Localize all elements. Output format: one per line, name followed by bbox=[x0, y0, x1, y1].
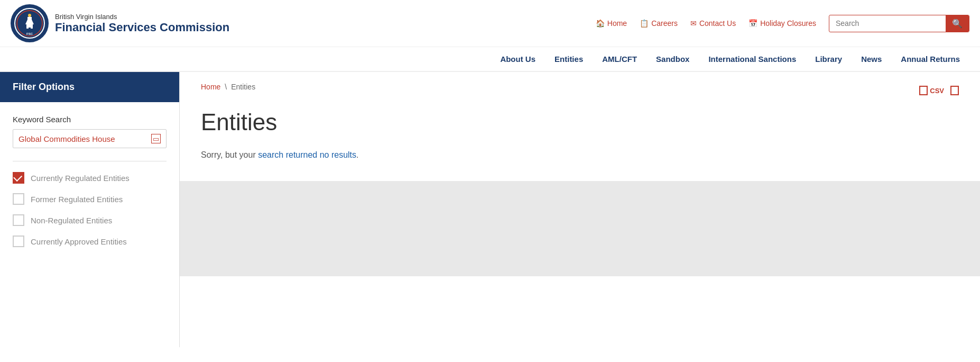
breadcrumb-export-row: Home \ Entities CSV bbox=[201, 83, 959, 104]
home-icon: 🏠 bbox=[596, 19, 605, 28]
checkbox-currently-approved[interactable] bbox=[13, 236, 24, 247]
holiday-link[interactable]: 📅 Holiday Closures bbox=[748, 19, 816, 28]
filter-currently-regulated[interactable]: Currently Regulated Entities bbox=[13, 172, 167, 184]
filter-divider bbox=[13, 161, 167, 161]
export-bar: CSV bbox=[919, 86, 959, 95]
keyword-input-wrap: ▭ bbox=[13, 129, 167, 148]
contact-link[interactable]: ✉ Contact Us bbox=[690, 19, 736, 28]
csv-label: CSV bbox=[930, 87, 944, 95]
search-button[interactable]: 🔍 bbox=[946, 15, 969, 32]
logo-line2: Financial Services Commission bbox=[55, 21, 229, 34]
keyword-input[interactable] bbox=[19, 134, 151, 143]
csv-export-button[interactable]: CSV bbox=[919, 86, 944, 95]
filter-currently-regulated-label: Currently Regulated Entities bbox=[31, 174, 130, 183]
nav-sandbox[interactable]: Sandbox bbox=[646, 47, 699, 71]
filter-non-regulated-label: Non-Regulated Entities bbox=[31, 216, 112, 225]
top-nav: 🏠 Home 📋 Careers ✉ Contact Us 📅 Holiday … bbox=[596, 15, 969, 32]
holiday-label: Holiday Closures bbox=[760, 19, 816, 28]
breadcrumb-sep: \ bbox=[225, 83, 227, 91]
nav-annual-returns[interactable]: Annual Returns bbox=[891, 47, 969, 71]
main-content: Home \ Entities CSV Entities Sorry, but … bbox=[180, 72, 980, 347]
filter-former-regulated-label: Former Regulated Entities bbox=[31, 195, 123, 204]
logo-text: British Virgin Islands Financial Service… bbox=[55, 13, 229, 34]
page-title: Entities bbox=[201, 109, 959, 135]
search-input[interactable] bbox=[829, 16, 946, 31]
logo-image: FSC bbox=[11, 4, 49, 42]
filter-non-regulated[interactable]: Non-Regulated Entities bbox=[13, 214, 167, 226]
home-label: Home bbox=[607, 19, 627, 28]
clear-icon[interactable]: ▭ bbox=[151, 134, 161, 143]
logo-area: FSC British Virgin Islands Financial Ser… bbox=[11, 4, 229, 42]
no-results-message: Sorry, but your search returned no resul… bbox=[201, 150, 959, 160]
checkbox-currently-regulated[interactable] bbox=[13, 172, 24, 184]
nav-sanctions[interactable]: International Sanctions bbox=[699, 47, 806, 71]
checkbox-non-regulated[interactable] bbox=[13, 214, 24, 226]
careers-link[interactable]: 📋 Careers bbox=[640, 19, 678, 28]
nav-amlcft[interactable]: AML/CFT bbox=[593, 47, 646, 71]
sidebar: Filter Options Keyword Search ▭ Currentl… bbox=[0, 72, 180, 347]
print-button[interactable] bbox=[950, 86, 959, 95]
main-nav: About Us Entities AML/CFT Sandbox Intern… bbox=[0, 47, 980, 72]
contact-label: Contact Us bbox=[699, 19, 736, 28]
checkbox-former-regulated[interactable] bbox=[13, 193, 24, 205]
nav-entities[interactable]: Entities bbox=[545, 47, 593, 71]
breadcrumb-current: Entities bbox=[231, 83, 255, 91]
contact-icon: ✉ bbox=[690, 19, 697, 28]
search-box: 🔍 bbox=[829, 15, 969, 32]
svg-text:FSC: FSC bbox=[26, 32, 33, 35]
svg-rect-5 bbox=[29, 28, 31, 31]
no-results-highlight: search returned no results bbox=[258, 150, 356, 159]
keyword-label: Keyword Search bbox=[13, 115, 167, 124]
sidebar-header: Filter Options bbox=[0, 72, 179, 102]
svg-point-6 bbox=[28, 14, 31, 17]
filter-former-regulated[interactable]: Former Regulated Entities bbox=[13, 193, 167, 205]
breadcrumb: Home \ Entities bbox=[201, 83, 255, 91]
top-bar: FSC British Virgin Islands Financial Ser… bbox=[0, 0, 980, 47]
nav-news[interactable]: News bbox=[852, 47, 891, 71]
checkbox-list: Currently Regulated Entities Former Regu… bbox=[13, 172, 167, 247]
nav-library[interactable]: Library bbox=[806, 47, 852, 71]
holiday-icon: 📅 bbox=[748, 19, 757, 28]
careers-icon: 📋 bbox=[640, 19, 649, 28]
home-link[interactable]: 🏠 Home bbox=[596, 19, 627, 28]
logo-line1: British Virgin Islands bbox=[55, 13, 229, 21]
careers-label: Careers bbox=[651, 19, 678, 28]
filter-currently-approved[interactable]: Currently Approved Entities bbox=[13, 236, 167, 247]
gray-area bbox=[180, 181, 980, 276]
print-icon bbox=[950, 86, 959, 95]
csv-icon bbox=[919, 86, 928, 95]
filter-currently-approved-label: Currently Approved Entities bbox=[31, 237, 127, 246]
breadcrumb-home[interactable]: Home bbox=[201, 83, 220, 91]
sidebar-content: Keyword Search ▭ Currently Regulated Ent… bbox=[0, 102, 179, 260]
nav-about-us[interactable]: About Us bbox=[491, 47, 545, 71]
page-body: Filter Options Keyword Search ▭ Currentl… bbox=[0, 72, 980, 347]
